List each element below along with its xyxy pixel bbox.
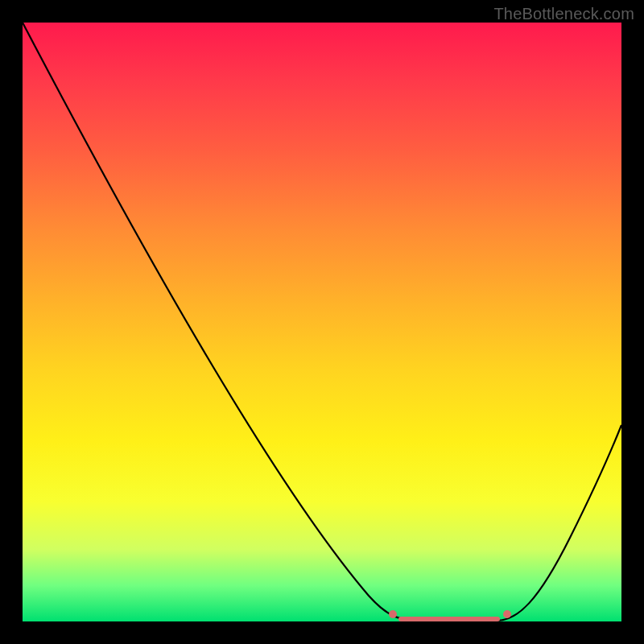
highlight-end-dot — [503, 610, 511, 618]
watermark-text: TheBottleneck.com — [493, 5, 634, 23]
bottleneck-curve-svg — [23, 23, 621, 621]
bottleneck-curve — [23, 23, 621, 621]
highlight-start-dot — [389, 610, 397, 618]
